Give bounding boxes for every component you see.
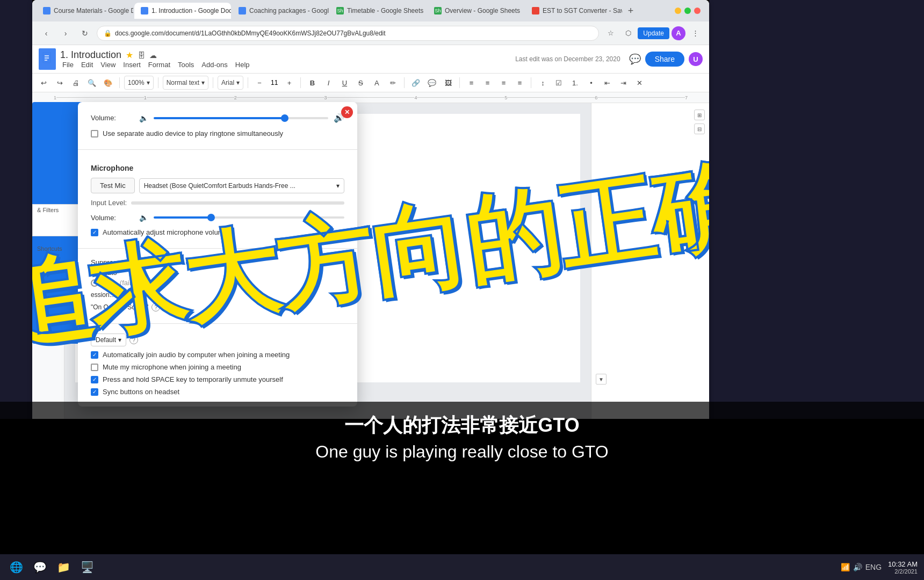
update-button[interactable]: Update (638, 27, 669, 39)
tab-timetable[interactable]: Sh Timetable - Google Sheets ✕ (330, 3, 427, 19)
taskbar-chat-icon[interactable]: 💬 (30, 557, 49, 577)
mute-mic-checkbox[interactable] (91, 364, 98, 371)
dialog-close-button[interactable]: ✕ (341, 106, 353, 118)
tab-close-5[interactable]: ✕ (523, 6, 524, 15)
menu-icon[interactable]: ⋮ (688, 26, 703, 41)
mic-device-dropdown[interactable]: Headset (Bose QuietComfort Earbuds Hands… (139, 178, 344, 193)
line-spacing-button[interactable]: ↕ (536, 76, 550, 90)
forward-button[interactable]: › (58, 26, 73, 41)
radio-auto-button[interactable] (91, 269, 98, 277)
cloud-icon[interactable]: ☁ (149, 51, 157, 60)
taskbar-computer-icon[interactable]: 🖥️ (77, 557, 97, 577)
volume-slider[interactable] (154, 117, 328, 119)
profile-avatar[interactable]: A (672, 26, 685, 40)
star-icon[interactable]: ★ (126, 50, 133, 60)
reload-button[interactable]: ↻ (77, 26, 92, 41)
mic-volume-slider[interactable] (154, 216, 344, 219)
strikethrough-button[interactable]: S (353, 76, 367, 90)
radio-low-button[interactable] (91, 279, 98, 287)
auto-adjust-row: Automatically adjust microphone volume (91, 226, 344, 238)
menu-tools[interactable]: Tools (178, 61, 194, 69)
style-dropdown[interactable]: Normal text ▾ (163, 76, 208, 90)
taskbar-folder-icon[interactable]: 📁 (54, 557, 73, 577)
tab-favicon-6 (532, 7, 539, 15)
tab-favicon-3 (239, 7, 246, 15)
menu-file[interactable]: File (62, 61, 74, 69)
menu-format[interactable]: Format (148, 61, 170, 69)
share-button[interactable]: Share (645, 52, 684, 67)
font-increase-button[interactable]: + (282, 76, 296, 90)
comment-add-button[interactable]: 💬 (425, 76, 439, 90)
ruler-marks: 1 1 2 3 4 5 6 7 (32, 92, 709, 103)
expand-icon[interactable]: ⊞ (694, 110, 705, 120)
print-button[interactable]: 🖨 (69, 76, 83, 90)
user-avatar[interactable]: U (689, 52, 703, 66)
align-right-button[interactable]: ≡ (496, 76, 510, 90)
test-mic-button[interactable]: Test Mic (91, 178, 135, 193)
align-justify-button[interactable]: ≡ (512, 76, 526, 90)
auto-adjust-checkbox[interactable] (91, 229, 98, 236)
tab-est-converter[interactable]: EST to SGT Converter - Sav... ✕ (525, 3, 622, 19)
select-row: Default ▾ ? (91, 331, 344, 349)
sync-buttons-checkbox[interactable] (91, 388, 98, 396)
redo-button[interactable]: ↪ (53, 76, 67, 90)
text-color-button[interactable]: A (370, 76, 384, 90)
volume-thumb[interactable] (281, 114, 288, 122)
menu-addons[interactable]: Add-ons (201, 61, 227, 69)
highlight-button[interactable]: ✏ (386, 76, 400, 90)
auto-join-checkbox[interactable] (91, 351, 98, 359)
learn-more-link[interactable]: Learn more (182, 258, 217, 266)
italic-button[interactable]: I (321, 76, 335, 90)
menu-edit[interactable]: Edit (81, 61, 93, 69)
comment-icon[interactable]: 💬 (629, 53, 641, 65)
clear-format-button[interactable]: ✕ (632, 76, 646, 90)
scroll-down-icon[interactable]: ▼ (596, 374, 607, 385)
tab-coaching[interactable]: Coaching packages - Google... ✕ (232, 3, 329, 19)
window-maximize[interactable] (684, 8, 691, 14)
url-bar[interactable]: 🔒 docs.google.com/document/d/1LaOGthh0kb… (97, 26, 599, 41)
indent-button[interactable]: ⇥ (616, 76, 630, 90)
image-button[interactable]: 🖼 (441, 76, 455, 90)
checklist-button[interactable]: ☑ (552, 76, 566, 90)
align-left-button[interactable]: ≡ (464, 76, 478, 90)
tab-introduction[interactable]: 1. Introduction - Google Doc... ✕ (134, 3, 231, 19)
menu-help[interactable]: Help (235, 61, 250, 69)
menu-insert[interactable]: Insert (123, 61, 141, 69)
tab-course-materials[interactable]: Course Materials - Google D... ✕ (37, 3, 133, 19)
ordered-list-button[interactable]: 1. (568, 76, 582, 90)
zoom-dropdown[interactable]: 100% ▾ (124, 76, 154, 90)
undo-button[interactable]: ↩ (37, 76, 50, 90)
drive-icon[interactable]: 🗄 (138, 51, 145, 60)
font-size-value[interactable]: 11 (269, 79, 280, 86)
font-dropdown[interactable]: Arial ▾ (218, 76, 243, 90)
tab-favicon-2 (141, 7, 148, 15)
taskbar-browser-icon[interactable]: 🌐 (6, 557, 26, 577)
link-button[interactable]: 🔗 (409, 76, 423, 90)
tab-overview[interactable]: Sh Overview - Google Sheets ✕ (428, 3, 524, 19)
font-decrease-button[interactable]: − (252, 76, 266, 90)
new-tab-button[interactable]: + (623, 3, 638, 18)
select-help-icon[interactable]: ? (129, 336, 138, 344)
mic-volume-thumb[interactable] (207, 214, 215, 221)
press-space-checkbox[interactable] (91, 376, 98, 383)
back-button[interactable]: ‹ (39, 26, 54, 41)
paint-format-button[interactable]: 🎨 (101, 76, 115, 90)
align-center-button[interactable]: ≡ (480, 76, 494, 90)
collapse-icon[interactable]: ⊟ (694, 124, 705, 134)
underline-button[interactable]: U (337, 76, 351, 90)
add-icon[interactable]: + (694, 234, 705, 245)
extension-icon[interactable]: ⬡ (620, 26, 636, 41)
window-minimize[interactable] (675, 8, 681, 14)
separate-audio-checkbox[interactable] (91, 130, 98, 137)
spellcheck-button[interactable]: 🔍 (85, 76, 99, 90)
original-sound-help-icon[interactable]: ? (151, 303, 160, 311)
unordered-list-button[interactable]: • (584, 76, 598, 90)
bold-button[interactable]: B (305, 76, 319, 90)
bookmark-icon[interactable]: ☆ (603, 26, 618, 41)
last-edit: Last edit was on December 23, 2020 (515, 55, 620, 63)
outdent-button[interactable]: ⇤ (600, 76, 614, 90)
menu-view[interactable]: View (100, 61, 116, 69)
bg-left (0, 0, 32, 419)
default-select[interactable]: Default ▾ (91, 334, 126, 346)
window-close[interactable] (694, 8, 701, 14)
